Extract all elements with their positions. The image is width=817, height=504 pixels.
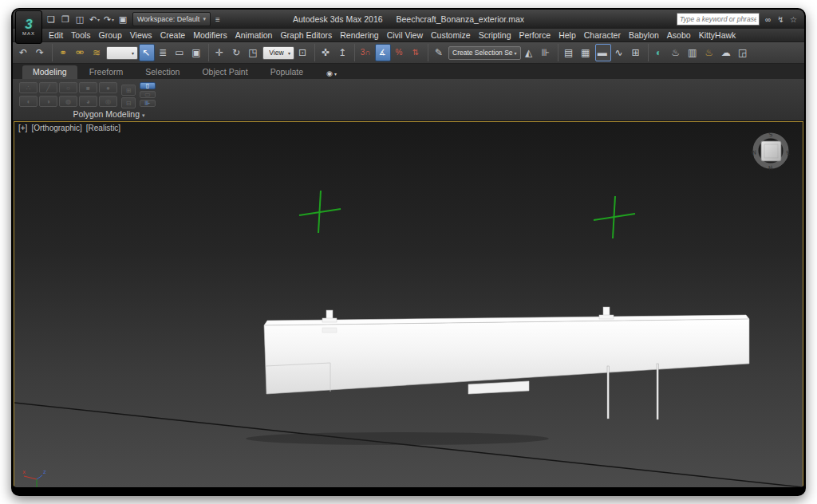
menu-create[interactable]: Create bbox=[156, 30, 190, 40]
rectangular-selection-region-button[interactable]: ▭ bbox=[172, 44, 188, 61]
tab-modeling[interactable]: Modeling bbox=[22, 65, 77, 79]
spinner-snap-button[interactable]: ⇅ bbox=[408, 44, 424, 61]
select-and-move-button[interactable]: ✛ bbox=[212, 44, 228, 61]
mirror-button[interactable]: ◭ bbox=[522, 44, 538, 61]
render-setup-button[interactable]: ♨ bbox=[669, 44, 685, 61]
model-tab-flange bbox=[322, 328, 337, 333]
search-binoculars-icon[interactable]: ∞ bbox=[762, 14, 774, 26]
angle-snap-button[interactable]: ∡ bbox=[375, 44, 391, 61]
panel-small-button: ⊞ bbox=[121, 85, 136, 96]
panel-tool-button: ◑ bbox=[39, 96, 57, 107]
select-and-rotate-button[interactable]: ↻ bbox=[229, 44, 245, 61]
chevron-down-icon: ▾ bbox=[334, 71, 337, 77]
window-crossing-toggle-button[interactable]: ▣ bbox=[189, 44, 205, 61]
select-by-name-button[interactable]: ≣ bbox=[156, 44, 172, 61]
viewport-label: [+] [Orthographic] [Realistic] bbox=[18, 124, 120, 132]
schematic-view-button[interactable]: ⊞ bbox=[629, 44, 645, 61]
infocenter-search-input[interactable] bbox=[677, 13, 760, 26]
3ds-max-logo[interactable]: 3 MAX bbox=[15, 10, 42, 44]
use-pivot-center-button[interactable]: ⊡ bbox=[295, 44, 311, 61]
tab-populate[interactable]: Populate bbox=[260, 65, 314, 79]
polygon-modeling-label[interactable]: Polygon Modeling▾ bbox=[19, 109, 199, 120]
menu-group[interactable]: Group bbox=[95, 30, 126, 40]
render-in-cloud-button[interactable]: ☁ bbox=[719, 44, 735, 61]
menu-views[interactable]: Views bbox=[126, 30, 156, 40]
open-file-name: Beechcraft_Bonanza_exterior.max bbox=[397, 14, 525, 24]
viewport-area: [+] [Orthographic] [Realistic] bbox=[13, 120, 804, 487]
toggle-scene-explorer-button[interactable]: ▤ bbox=[562, 44, 578, 61]
model-tab-base bbox=[322, 318, 337, 322]
menu-character[interactable]: Character bbox=[580, 30, 625, 40]
menu-asobo[interactable]: Asobo bbox=[663, 30, 695, 40]
menu-perforce[interactable]: Perforce bbox=[515, 30, 555, 40]
menu-civil-view[interactable]: Civil View bbox=[383, 30, 427, 40]
menu-rendering[interactable]: Rendering bbox=[336, 30, 382, 40]
ribbon-config-button[interactable]: ◉ ▾ bbox=[326, 69, 337, 79]
viewport-menu-view[interactable]: [Orthographic] bbox=[31, 124, 81, 132]
subobject-border-button: ○ bbox=[59, 82, 77, 93]
workspace-dropdown[interactable]: Workspace: Default ▾ bbox=[132, 12, 211, 26]
menu-babylon[interactable]: Babylon bbox=[625, 30, 663, 40]
save-file-button[interactable]: ◫ bbox=[73, 13, 87, 26]
menu-help[interactable]: Help bbox=[555, 30, 580, 40]
render-production-button[interactable]: ♨ bbox=[702, 44, 718, 61]
redo-button[interactable]: ↷ ▾ bbox=[102, 13, 116, 26]
redo-button[interactable]: ↷ bbox=[33, 44, 49, 61]
viewport-canvas[interactable]: S W E N x z bbox=[14, 122, 803, 487]
curve-editor-button[interactable]: ∿ bbox=[612, 44, 628, 61]
menu-edit[interactable]: Edit bbox=[45, 30, 67, 40]
edit-named-selection-sets-button[interactable]: ✎ bbox=[432, 44, 448, 61]
toggle-layer-explorer-button[interactable]: ▦ bbox=[578, 44, 594, 61]
rendered-frame-window-button[interactable]: ▥ bbox=[685, 44, 701, 61]
bind-to-space-warp-button[interactable]: ≋ bbox=[89, 44, 105, 61]
chevron-down-icon: ▾ bbox=[203, 16, 206, 22]
menu-customize[interactable]: Customize bbox=[427, 30, 475, 40]
panel-toggle-button[interactable]: ▯ bbox=[140, 82, 156, 89]
menu-graph-editors[interactable]: Graph Editors bbox=[276, 30, 336, 40]
open-file-button[interactable]: ❐ bbox=[59, 13, 73, 26]
subobject-button-row: ∴╱○■● bbox=[19, 82, 117, 93]
viewport-menu-plus[interactable]: [+] bbox=[18, 124, 27, 132]
infocenter: ∞ ↯ ☆ bbox=[677, 13, 799, 26]
reference-coordinate-dropdown[interactable]: View ▾ bbox=[262, 46, 294, 60]
render-flyout-button[interactable]: ◲ bbox=[736, 44, 752, 61]
material-editor-button[interactable]: ◐ bbox=[652, 44, 668, 61]
3ds-max-swirl-icon: 3 bbox=[25, 18, 32, 31]
polygon-tool-row: ◖◑◍◕◎ bbox=[19, 96, 117, 107]
menu-animation[interactable]: Animation bbox=[231, 30, 277, 40]
selection-filter-dropdown[interactable]: ▾ bbox=[106, 46, 138, 60]
menu-scripting[interactable]: Scripting bbox=[475, 30, 515, 40]
viewport-menu-shading[interactable]: [Realistic] bbox=[86, 124, 120, 132]
ribbon-config-icon: ◉ bbox=[326, 69, 333, 77]
workspace-dropdown-label: Workspace: Default bbox=[137, 15, 199, 23]
3ds-max-window: 3 MAX ❏ ❐ ◫ bbox=[13, 10, 804, 487]
snaps-toggle-3d-button[interactable]: 3∩ bbox=[358, 44, 374, 61]
communication-center-icon[interactable]: ↯ bbox=[775, 14, 787, 26]
antenna-rod bbox=[657, 364, 658, 419]
menu-tools[interactable]: Tools bbox=[67, 30, 95, 40]
named-selection-sets-dropdown[interactable]: Create Selection Se ▾ bbox=[448, 46, 521, 60]
undo-button[interactable]: ↶ ▾ bbox=[88, 13, 101, 26]
percent-snap-button[interactable]: % bbox=[392, 44, 408, 61]
tab-freeform[interactable]: Freeform bbox=[79, 65, 134, 79]
project-folder-button[interactable]: ▣ bbox=[116, 13, 130, 26]
keyboard-override-button[interactable]: ↥ bbox=[335, 44, 351, 61]
panel-toggle-button[interactable]: ⊪ bbox=[140, 100, 156, 107]
workspace-menu-icon[interactable]: ≡ bbox=[213, 15, 223, 24]
orthographic-viewport[interactable]: [+] [Orthographic] [Realistic] bbox=[14, 121, 803, 487]
favorites-star-icon[interactable]: ☆ bbox=[787, 14, 799, 26]
new-scene-button[interactable]: ❏ bbox=[45, 13, 58, 26]
select-and-scale-button[interactable]: ◳ bbox=[246, 44, 262, 61]
tab-selection[interactable]: Selection bbox=[135, 65, 190, 79]
select-and-link-button[interactable]: ⚭ bbox=[56, 44, 72, 61]
undo-button[interactable]: ↶ bbox=[16, 44, 32, 61]
select-object-button[interactable]: ↖ bbox=[139, 44, 155, 61]
align-button[interactable]: ⊪ bbox=[539, 44, 555, 61]
menu-modifiers[interactable]: Modifiers bbox=[189, 30, 231, 40]
tab-object-paint[interactable]: Object Paint bbox=[191, 65, 258, 79]
select-and-manipulate-button[interactable]: ✜ bbox=[318, 44, 334, 61]
unlink-selection-button[interactable]: ⚮ bbox=[73, 44, 89, 61]
quick-access-toolbar: ❏ ❐ ◫ ↶ ▾ ↷ ▾ bbox=[45, 13, 130, 26]
menu-kittyhawk[interactable]: KittyHawk bbox=[695, 30, 740, 40]
toggle-ribbon-button[interactable]: ▬ bbox=[595, 44, 611, 61]
